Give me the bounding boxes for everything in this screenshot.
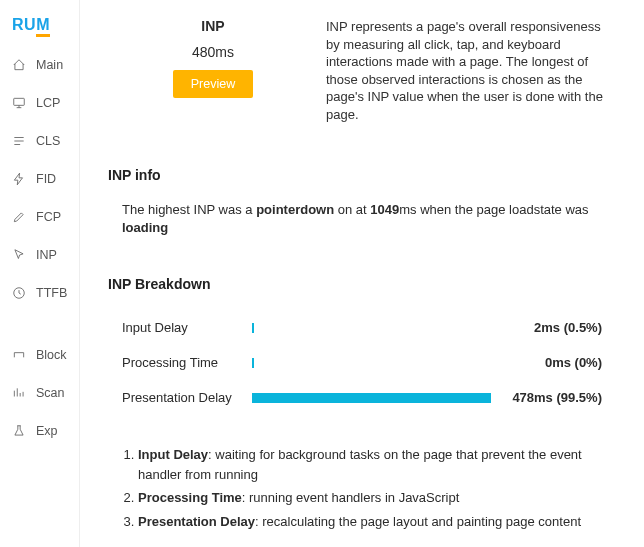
pencil-icon xyxy=(12,210,26,224)
cursor-icon xyxy=(12,248,26,262)
sidebar-item-exp[interactable]: Exp xyxy=(0,414,79,448)
sidebar-item-label: INP xyxy=(36,248,57,262)
breakdown-value: 2ms (0.5%) xyxy=(502,320,602,335)
info-t3: ms when the page loadstate was xyxy=(399,202,588,217)
sidebar-item-block[interactable]: Block xyxy=(0,338,79,372)
info-t1: The highest INP was a xyxy=(122,202,256,217)
metric-description: INP represents a page's overall responsi… xyxy=(326,18,616,123)
sidebar-item-label: TTFB xyxy=(36,286,67,300)
sidebar-item-cls[interactable]: CLS xyxy=(0,124,79,158)
list-item: Presentation Delay: recalculating the pa… xyxy=(138,512,616,532)
flask-icon xyxy=(12,424,26,438)
home-icon xyxy=(12,58,26,72)
sidebar-item-ttfb[interactable]: TTFB xyxy=(0,276,79,310)
bolt-icon xyxy=(12,172,26,186)
breakdown-heading: INP Breakdown xyxy=(108,276,616,292)
info-event: pointerdown xyxy=(256,202,334,217)
sidebar: RUM Main LCP CLS FID FCP INP TTFB Block … xyxy=(0,0,80,547)
info-heading: INP info xyxy=(108,167,616,183)
sidebar-item-fid[interactable]: FID xyxy=(0,162,79,196)
sidebar-item-label: FID xyxy=(36,172,56,186)
breakdown-bar-fill xyxy=(252,358,254,368)
breakdown-value: 478ms (99.5%) xyxy=(502,390,602,405)
info-state: loading xyxy=(122,220,168,235)
metric-name: INP xyxy=(201,18,224,34)
def-term: Presentation Delay xyxy=(138,514,255,529)
breakdown-row: Processing Time0ms (0%) xyxy=(108,345,616,380)
breakdown-bar-fill xyxy=(252,323,254,333)
sidebar-item-fcp[interactable]: FCP xyxy=(0,200,79,234)
breakdown-row: Presentation Delay478ms (99.5%) xyxy=(108,380,616,415)
breakdown-bar xyxy=(252,358,492,368)
lines-icon xyxy=(12,134,26,148)
info-time: 1049 xyxy=(370,202,399,217)
breakdown-row: Input Delay2ms (0.5%) xyxy=(108,310,616,345)
def-desc: : running event handlers in JavaScript xyxy=(242,490,460,505)
monitor-icon xyxy=(12,96,26,110)
def-desc: : recalculating the page layout and pain… xyxy=(255,514,581,529)
sidebar-item-label: LCP xyxy=(36,96,60,110)
breakdown-label: Input Delay xyxy=(122,320,242,335)
breakdown-value: 0ms (0%) xyxy=(502,355,602,370)
definitions-list: Input Delay: waiting for background task… xyxy=(108,445,616,531)
logo: RUM xyxy=(0,10,79,48)
def-term: Processing Time xyxy=(138,490,242,505)
block-icon xyxy=(12,348,26,362)
breakdown-bar xyxy=(252,393,492,403)
main: INP 480ms Preview INP represents a page'… xyxy=(80,0,644,547)
sidebar-item-label: FCP xyxy=(36,210,61,224)
sidebar-item-label: CLS xyxy=(36,134,60,148)
rating-button[interactable]: Preview xyxy=(173,70,253,98)
metric-value: 480ms xyxy=(192,44,234,60)
def-term: Input Delay xyxy=(138,447,208,462)
nav: Main LCP CLS FID FCP INP TTFB Block Scan… xyxy=(0,48,79,448)
scan-icon xyxy=(12,386,26,400)
sidebar-item-label: Main xyxy=(36,58,63,72)
sidebar-item-inp[interactable]: INP xyxy=(0,238,79,272)
info-text: The highest INP was a pointerdown on at … xyxy=(108,201,616,236)
breakdown-label: Processing Time xyxy=(122,355,242,370)
breakdown-label: Presentation Delay xyxy=(122,390,242,405)
sidebar-item-label: Exp xyxy=(36,424,58,438)
sidebar-item-lcp[interactable]: LCP xyxy=(0,86,79,120)
sidebar-item-scan[interactable]: Scan xyxy=(0,376,79,410)
list-item: Processing Time: running event handlers … xyxy=(138,488,616,508)
list-item: Input Delay: waiting for background task… xyxy=(138,445,616,484)
svg-rect-0 xyxy=(14,98,25,105)
sidebar-item-label: Scan xyxy=(36,386,65,400)
clock-icon xyxy=(12,286,26,300)
sidebar-item-label: Block xyxy=(36,348,67,362)
sidebar-item-main[interactable]: Main xyxy=(0,48,79,82)
info-t2: on at xyxy=(334,202,370,217)
breakdown-bar-fill xyxy=(252,393,491,403)
breakdown-bar xyxy=(252,323,492,333)
